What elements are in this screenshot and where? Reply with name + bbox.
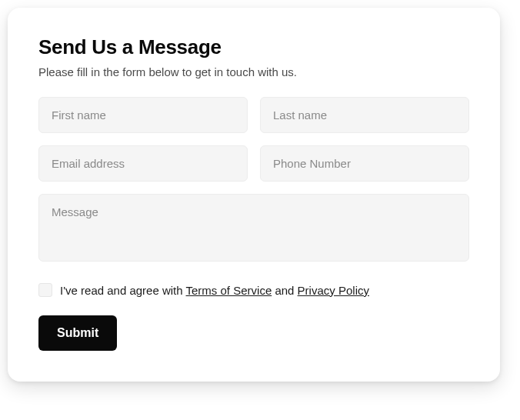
contact-form-card: Send Us a Message Please fill in the for… bbox=[8, 8, 500, 382]
agreement-row: I've read and agree with Terms of Servic… bbox=[38, 283, 469, 297]
phone-input[interactable] bbox=[260, 145, 469, 182]
privacy-policy-link[interactable]: Privacy Policy bbox=[298, 284, 369, 297]
agreement-text: I've read and agree with Terms of Servic… bbox=[60, 284, 369, 297]
terms-of-service-link[interactable]: Terms of Service bbox=[186, 284, 272, 297]
agreement-prefix: I've read and agree with bbox=[60, 284, 186, 297]
form-title: Send Us a Message bbox=[38, 35, 469, 59]
message-textarea[interactable] bbox=[38, 194, 469, 262]
form-subtitle: Please fill in the form below to get in … bbox=[38, 65, 469, 78]
agreement-checkbox[interactable] bbox=[38, 283, 52, 297]
last-name-input[interactable] bbox=[260, 97, 469, 133]
agreement-middle: and bbox=[272, 284, 297, 297]
submit-button[interactable]: Submit bbox=[38, 315, 117, 351]
first-name-input[interactable] bbox=[38, 97, 248, 133]
name-row bbox=[38, 97, 469, 133]
email-input[interactable] bbox=[38, 145, 248, 182]
contact-row bbox=[38, 145, 469, 182]
